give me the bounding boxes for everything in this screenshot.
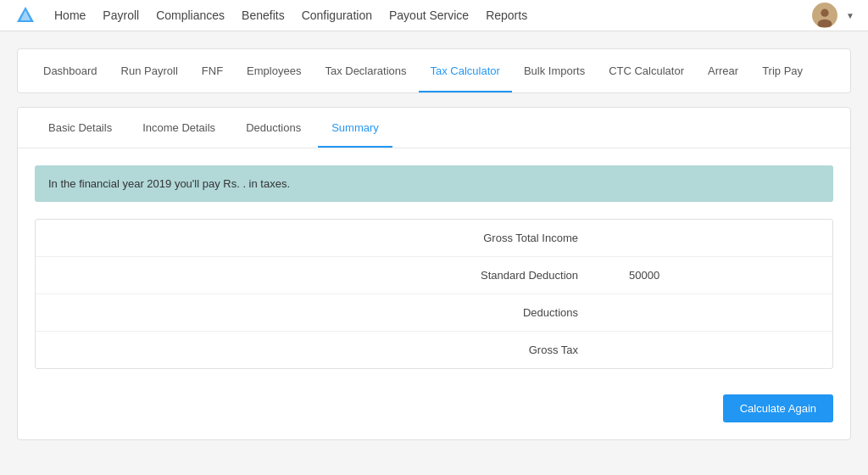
secondary-nav-run-payroll[interactable]: Run Payroll [109, 49, 190, 92]
table-row: Deductions [36, 294, 832, 332]
nav-reports[interactable]: Reports [486, 5, 527, 25]
button-row: Calculate Again [18, 386, 850, 422]
secondary-nav-trip-pay[interactable]: Trip Pay [750, 49, 815, 92]
secondary-nav-ctc-calculator[interactable]: CTC Calculator [597, 49, 696, 92]
secondary-navigation: Dashboard Run Payroll FNF Employees Tax … [17, 48, 851, 93]
top-nav-items: Home Payroll Compliances Benefits Config… [54, 5, 812, 25]
nav-payout-service[interactable]: Payout Service [389, 5, 469, 25]
table-row: Gross Total Income [36, 220, 832, 257]
secondary-nav-employees[interactable]: Employees [235, 49, 313, 92]
secondary-nav-arrear[interactable]: Arrear [696, 49, 750, 92]
data-table: Gross Total Income Standard Deduction 50… [35, 219, 833, 369]
calculate-again-button[interactable]: Calculate Again [723, 394, 833, 422]
info-banner: In the financial year 2019 you'll pay Rs… [35, 165, 833, 202]
table-row: Gross Tax [36, 332, 832, 368]
nav-benefits[interactable]: Benefits [242, 5, 285, 25]
table-row: Standard Deduction 50000 [36, 257, 832, 294]
svg-point-3 [821, 9, 828, 17]
nav-payroll[interactable]: Payroll [103, 5, 139, 25]
secondary-nav-dashboard[interactable]: Dashboard [31, 49, 109, 92]
tab-basic-details[interactable]: Basic Details [35, 108, 125, 148]
avatar[interactable] [812, 3, 837, 28]
top-navigation: Home Payroll Compliances Benefits Config… [0, 0, 868, 31]
top-nav-right: ▼ [812, 3, 854, 28]
nav-configuration[interactable]: Configuration [302, 5, 372, 25]
label-gross-total-income: Gross Total Income [70, 232, 629, 244]
content-card: Basic Details Income Details Deductions … [17, 107, 851, 440]
main-wrapper: Dashboard Run Payroll FNF Employees Tax … [0, 31, 868, 457]
nav-home[interactable]: Home [54, 5, 86, 25]
tab-deductions[interactable]: Deductions [232, 108, 314, 148]
tab-summary[interactable]: Summary [318, 108, 392, 148]
secondary-nav-fnf[interactable]: FNF [190, 49, 235, 92]
app-logo[interactable] [14, 3, 37, 27]
label-gross-tax: Gross Tax [70, 344, 629, 356]
avatar-dropdown-icon[interactable]: ▼ [846, 11, 854, 20]
tab-income-details[interactable]: Income Details [129, 108, 229, 148]
label-standard-deduction: Standard Deduction [70, 269, 629, 282]
info-banner-text: In the financial year 2019 you'll pay Rs… [48, 177, 290, 190]
label-deductions: Deductions [70, 306, 629, 319]
secondary-nav-tax-declarations[interactable]: Tax Declarations [313, 49, 418, 92]
value-standard-deduction: 50000 [629, 269, 798, 282]
secondary-nav-bulk-imports[interactable]: Bulk Imports [512, 49, 597, 92]
tabs-row: Basic Details Income Details Deductions … [18, 108, 850, 148]
secondary-nav-tax-calculator[interactable]: Tax Calculator [419, 49, 512, 92]
nav-compliances[interactable]: Compliances [156, 5, 225, 25]
